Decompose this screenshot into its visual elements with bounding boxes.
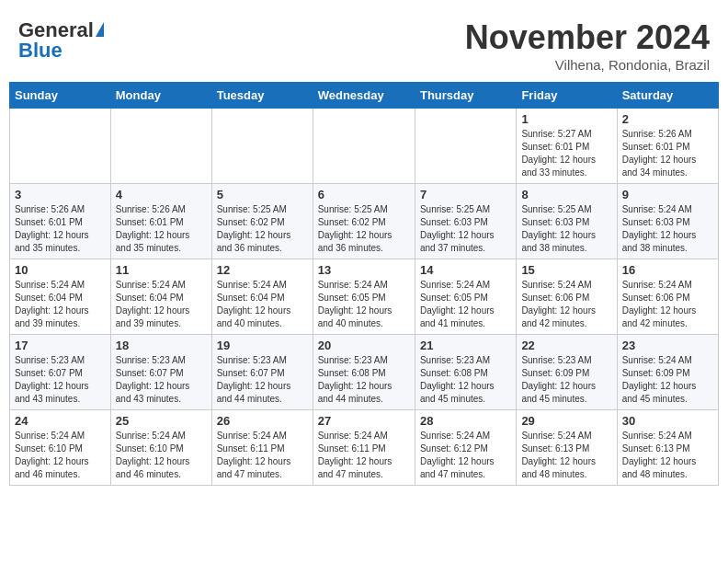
calendar-cell: 23Sunrise: 5:24 AM Sunset: 6:09 PM Dayli… — [617, 335, 718, 410]
calendar-cell: 21Sunrise: 5:23 AM Sunset: 6:08 PM Dayli… — [415, 335, 516, 410]
day-number: 17 — [15, 339, 106, 352]
day-number: 19 — [217, 339, 308, 352]
day-info: Sunrise: 5:23 AM Sunset: 6:07 PM Dayligh… — [116, 354, 207, 406]
calendar-cell: 28Sunrise: 5:24 AM Sunset: 6:12 PM Dayli… — [415, 410, 516, 486]
calendar-cell: 30Sunrise: 5:24 AM Sunset: 6:13 PM Dayli… — [617, 410, 718, 486]
day-number: 21 — [420, 339, 511, 352]
location-subtitle: Vilhena, Rondonia, Brazil — [465, 57, 710, 73]
day-number: 22 — [521, 339, 611, 352]
day-info: Sunrise: 5:24 AM Sunset: 6:10 PM Dayligh… — [15, 430, 106, 481]
day-number: 7 — [420, 188, 511, 201]
day-number: 24 — [15, 414, 106, 428]
day-number: 10 — [15, 263, 106, 277]
day-number: 16 — [622, 263, 713, 277]
calendar-week-row: 17Sunrise: 5:23 AM Sunset: 6:07 PM Dayli… — [10, 335, 719, 410]
day-number: 29 — [521, 414, 611, 428]
month-title: November 2024 — [465, 18, 710, 57]
calendar-cell: 16Sunrise: 5:24 AM Sunset: 6:06 PM Dayli… — [617, 259, 718, 335]
day-number: 5 — [217, 188, 308, 201]
day-info: Sunrise: 5:23 AM Sunset: 6:08 PM Dayligh… — [420, 354, 511, 406]
day-info: Sunrise: 5:24 AM Sunset: 6:13 PM Dayligh… — [622, 430, 713, 481]
weekday-header: Tuesday — [211, 83, 313, 109]
day-info: Sunrise: 5:25 AM Sunset: 6:02 PM Dayligh… — [318, 203, 410, 255]
calendar-cell: 4Sunrise: 5:26 AM Sunset: 6:01 PM Daylig… — [110, 184, 211, 259]
calendar-cell: 22Sunrise: 5:23 AM Sunset: 6:09 PM Dayli… — [517, 335, 617, 410]
day-number: 8 — [521, 188, 611, 201]
calendar-cell: 25Sunrise: 5:24 AM Sunset: 6:10 PM Dayli… — [110, 410, 211, 486]
day-info: Sunrise: 5:25 AM Sunset: 6:02 PM Dayligh… — [217, 203, 308, 255]
calendar-cell: 7Sunrise: 5:25 AM Sunset: 6:03 PM Daylig… — [415, 184, 516, 259]
calendar-cell: 14Sunrise: 5:24 AM Sunset: 6:05 PM Dayli… — [415, 259, 516, 335]
day-info: Sunrise: 5:26 AM Sunset: 6:01 PM Dayligh… — [15, 203, 106, 255]
day-number: 25 — [116, 414, 207, 428]
day-info: Sunrise: 5:23 AM Sunset: 6:09 PM Dayligh… — [521, 354, 611, 406]
day-info: Sunrise: 5:24 AM Sunset: 6:09 PM Dayligh… — [622, 354, 713, 406]
calendar-cell: 24Sunrise: 5:24 AM Sunset: 6:10 PM Dayli… — [10, 410, 111, 486]
calendar-week-row: 1Sunrise: 5:27 AM Sunset: 6:01 PM Daylig… — [10, 109, 719, 184]
weekday-header: Thursday — [415, 83, 516, 109]
day-info: Sunrise: 5:24 AM Sunset: 6:04 PM Dayligh… — [116, 279, 207, 330]
calendar-cell — [313, 109, 415, 184]
day-number: 3 — [15, 188, 106, 201]
calendar-cell: 13Sunrise: 5:24 AM Sunset: 6:05 PM Dayli… — [313, 259, 415, 335]
day-info: Sunrise: 5:24 AM Sunset: 6:06 PM Dayligh… — [521, 279, 611, 330]
day-number: 18 — [116, 339, 207, 352]
day-info: Sunrise: 5:24 AM Sunset: 6:05 PM Dayligh… — [420, 279, 511, 330]
calendar-cell — [10, 109, 111, 184]
logo: General Blue — [18, 18, 104, 63]
calendar-cell: 1Sunrise: 5:27 AM Sunset: 6:01 PM Daylig… — [517, 109, 617, 184]
calendar-cell: 19Sunrise: 5:23 AM Sunset: 6:07 PM Dayli… — [211, 335, 313, 410]
day-info: Sunrise: 5:26 AM Sunset: 6:01 PM Dayligh… — [116, 203, 207, 255]
day-number: 28 — [420, 414, 511, 428]
calendar-cell: 10Sunrise: 5:24 AM Sunset: 6:04 PM Dayli… — [10, 259, 111, 335]
day-number: 12 — [217, 263, 308, 277]
day-info: Sunrise: 5:27 AM Sunset: 6:01 PM Dayligh… — [521, 128, 611, 179]
day-info: Sunrise: 5:23 AM Sunset: 6:07 PM Dayligh… — [15, 354, 106, 406]
day-number: 23 — [622, 339, 713, 352]
weekday-header: Monday — [110, 83, 211, 109]
calendar-cell: 12Sunrise: 5:24 AM Sunset: 6:04 PM Dayli… — [211, 259, 313, 335]
calendar-cell: 2Sunrise: 5:26 AM Sunset: 6:01 PM Daylig… — [617, 109, 718, 184]
day-info: Sunrise: 5:24 AM Sunset: 6:10 PM Dayligh… — [116, 430, 207, 481]
day-info: Sunrise: 5:24 AM Sunset: 6:04 PM Dayligh… — [15, 279, 106, 330]
weekday-header: Saturday — [617, 83, 718, 109]
day-info: Sunrise: 5:24 AM Sunset: 6:03 PM Dayligh… — [622, 203, 713, 255]
day-number: 2 — [622, 112, 713, 126]
day-info: Sunrise: 5:23 AM Sunset: 6:07 PM Dayligh… — [217, 354, 308, 406]
weekday-header: Sunday — [10, 83, 111, 109]
calendar-cell — [110, 109, 211, 184]
day-number: 6 — [318, 188, 410, 201]
day-number: 11 — [116, 263, 207, 277]
day-number: 9 — [622, 188, 713, 201]
logo-triangle-icon — [96, 22, 104, 37]
calendar-cell: 27Sunrise: 5:24 AM Sunset: 6:11 PM Dayli… — [313, 410, 415, 486]
day-info: Sunrise: 5:24 AM Sunset: 6:11 PM Dayligh… — [217, 430, 308, 481]
calendar-cell: 18Sunrise: 5:23 AM Sunset: 6:07 PM Dayli… — [110, 335, 211, 410]
day-number: 4 — [116, 188, 207, 201]
day-number: 14 — [420, 263, 511, 277]
day-info: Sunrise: 5:26 AM Sunset: 6:01 PM Dayligh… — [622, 128, 713, 179]
day-info: Sunrise: 5:25 AM Sunset: 6:03 PM Dayligh… — [420, 203, 511, 255]
day-info: Sunrise: 5:23 AM Sunset: 6:08 PM Dayligh… — [318, 354, 410, 406]
calendar-cell: 5Sunrise: 5:25 AM Sunset: 6:02 PM Daylig… — [211, 184, 313, 259]
calendar-week-row: 24Sunrise: 5:24 AM Sunset: 6:10 PM Dayli… — [10, 410, 719, 486]
calendar-cell: 8Sunrise: 5:25 AM Sunset: 6:03 PM Daylig… — [517, 184, 617, 259]
calendar-week-row: 3Sunrise: 5:26 AM Sunset: 6:01 PM Daylig… — [10, 184, 719, 259]
weekday-header: Wednesday — [313, 83, 415, 109]
calendar-week-row: 10Sunrise: 5:24 AM Sunset: 6:04 PM Dayli… — [10, 259, 719, 335]
day-info: Sunrise: 5:24 AM Sunset: 6:12 PM Dayligh… — [420, 430, 511, 481]
day-number: 20 — [318, 339, 410, 352]
day-info: Sunrise: 5:24 AM Sunset: 6:06 PM Dayligh… — [622, 279, 713, 330]
day-info: Sunrise: 5:25 AM Sunset: 6:03 PM Dayligh… — [521, 203, 611, 255]
day-info: Sunrise: 5:24 AM Sunset: 6:05 PM Dayligh… — [318, 279, 410, 330]
calendar-header-row: SundayMondayTuesdayWednesdayThursdayFrid… — [10, 83, 719, 109]
day-number: 15 — [521, 263, 611, 277]
weekday-header: Friday — [517, 83, 617, 109]
calendar-cell: 15Sunrise: 5:24 AM Sunset: 6:06 PM Dayli… — [517, 259, 617, 335]
calendar-cell: 29Sunrise: 5:24 AM Sunset: 6:13 PM Dayli… — [517, 410, 617, 486]
calendar-cell: 20Sunrise: 5:23 AM Sunset: 6:08 PM Dayli… — [313, 335, 415, 410]
day-number: 1 — [521, 112, 611, 126]
calendar-table: SundayMondayTuesdayWednesdayThursdayFrid… — [9, 82, 719, 486]
day-number: 27 — [318, 414, 410, 428]
calendar-cell: 26Sunrise: 5:24 AM Sunset: 6:11 PM Dayli… — [211, 410, 313, 486]
